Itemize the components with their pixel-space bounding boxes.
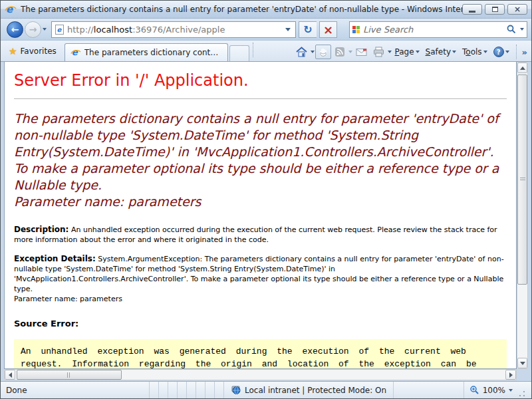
hand-icon — [318, 47, 329, 57]
status-cells — [149, 382, 223, 398]
safety-menu[interactable]: Safety — [423, 45, 459, 59]
source-error-box: An unhandled exception was generated dur… — [14, 339, 507, 369]
thumb-grip — [520, 178, 525, 182]
read-mail-button[interactable] — [353, 46, 370, 59]
security-zone[interactable]: Local intranet | Protected Mode: On — [223, 382, 393, 398]
help-menu[interactable]: ? — [491, 45, 512, 59]
zoom-level: 100% — [483, 386, 505, 395]
feeds-button[interactable] — [332, 45, 348, 59]
forward-arrow-icon: → — [29, 24, 37, 35]
safety-menu-label: Safety — [426, 47, 451, 57]
rss-icon — [334, 47, 345, 57]
error-message-parameter: Parameter name: parameters — [14, 194, 507, 210]
tools-menu[interactable]: Tools — [460, 45, 490, 59]
scroll-up-button[interactable] — [517, 63, 527, 73]
divider — [14, 98, 507, 99]
print-button[interactable] — [370, 45, 387, 59]
minimize-button[interactable] — [462, 4, 482, 15]
chevron-down-icon — [285, 28, 291, 31]
minimize-icon — [469, 11, 475, 13]
close-button[interactable]: × — [507, 4, 527, 15]
restore-icon — [492, 7, 498, 12]
nav-buttons: ← → — [5, 21, 49, 39]
error-message: The parameters dictionary contains a nul… — [14, 110, 507, 210]
arrow-left-icon — [9, 372, 12, 378]
chevron-down-icon — [416, 51, 420, 53]
tabs-command-bar: ★ Favorites e The parameters dictionary … — [1, 41, 531, 62]
scroll-down-button[interactable] — [517, 358, 527, 368]
exception-details-label: Exception Details: — [14, 254, 96, 263]
recent-pages-dropdown[interactable] — [43, 28, 47, 31]
zone-text: Local intranet | Protected Mode: On — [245, 386, 386, 395]
resize-grip[interactable] — [517, 390, 526, 398]
separator — [516, 45, 517, 59]
zoom-magnifier-icon — [469, 385, 479, 395]
refresh-button[interactable]: ↻ — [299, 21, 317, 38]
horizontal-scrollbar[interactable] — [4, 369, 517, 380]
page-menu-label: Page — [395, 47, 414, 57]
tab-ie-icon: e — [70, 47, 81, 58]
title-bar: e The parameters dictionary contains a n… — [1, 1, 531, 19]
restore-button[interactable] — [485, 4, 505, 15]
browser-client-area: Server Error in '/' Application. The par… — [1, 62, 531, 381]
arrow-up-icon — [520, 66, 525, 70]
printer-icon — [373, 47, 384, 57]
search-options-dropdown[interactable] — [520, 28, 524, 31]
command-bar: Page Safety Tools ? » — [259, 45, 529, 61]
stop-button[interactable]: × — [319, 21, 337, 38]
active-tab[interactable]: e The parameters dictionary contains a .… — [65, 43, 228, 61]
home-button[interactable] — [293, 45, 310, 59]
navigation-bar: ← → e http://localhost:36976/Archive/app… — [1, 19, 531, 41]
favorites-star-icon: ★ — [9, 46, 17, 57]
search-icon[interactable] — [506, 24, 517, 35]
intranet-globe-icon — [231, 385, 241, 395]
error-page: Server Error in '/' Application. The par… — [4, 62, 517, 369]
feeds-dropdown[interactable] — [348, 51, 352, 53]
status-bar: Done Local intranet | Protected Mode: On — [1, 381, 531, 398]
svg-text:e: e — [72, 47, 78, 57]
error-message-text: The parameters dictionary contains a nul… — [14, 110, 507, 194]
exception-details-paragraph: Exception Details: System.ArgumentExcept… — [14, 254, 507, 304]
separator — [253, 43, 253, 57]
ie-logo-icon: e — [5, 3, 17, 15]
address-dropdown-button[interactable] — [282, 23, 294, 37]
zoom-control[interactable]: 100% — [464, 382, 531, 398]
arrow-down-icon — [520, 362, 525, 365]
home-dropdown[interactable] — [311, 51, 315, 53]
status-text: Done — [6, 386, 149, 395]
print-dropdown[interactable] — [388, 51, 392, 53]
hand-pan-button[interactable] — [315, 45, 331, 59]
chevron-down-icon — [452, 51, 456, 53]
back-button[interactable]: ← — [7, 21, 23, 38]
page-menu[interactable]: Page — [392, 45, 422, 59]
vertical-scroll-thumb[interactable] — [517, 74, 527, 285]
page-title: Server Error in '/' Application. — [14, 71, 507, 90]
description-paragraph: Description: An unhandled exception occu… — [14, 225, 507, 245]
address-bar[interactable]: e http://localhost:36976/Archive/apple — [51, 21, 296, 38]
search-box[interactable]: Live Search — [349, 21, 527, 38]
scroll-left-button[interactable] — [5, 370, 15, 380]
tools-menu-label: Tools — [462, 47, 482, 57]
vertical-scrollbar[interactable] — [517, 62, 528, 369]
description-label: Description: — [14, 225, 68, 234]
window-title: The parameters dictionary contains a nul… — [21, 5, 462, 14]
scroll-right-button[interactable] — [505, 370, 516, 380]
page-favicon: e — [55, 24, 65, 35]
forward-button[interactable]: → — [25, 21, 41, 38]
refresh-icon: ↻ — [303, 23, 312, 36]
chevron-down-icon — [483, 51, 487, 53]
url-text[interactable]: http://localhost:36976/Archive/apple — [67, 25, 279, 35]
horizontal-scroll-thumb[interactable] — [17, 370, 122, 380]
search-input[interactable]: Live Search — [363, 25, 503, 35]
new-tab-button[interactable] — [229, 45, 249, 61]
toolbar-overflow-button[interactable]: » — [521, 47, 529, 57]
svg-text:e: e — [6, 3, 13, 15]
favorites-button[interactable]: ★ Favorites — [3, 43, 65, 61]
zoom-dropdown[interactable] — [509, 389, 513, 392]
live-search-flag-icon — [352, 26, 360, 33]
source-error-label: Source Error: — [14, 319, 507, 329]
exception-parameter-text: Parameter name: parameters — [14, 294, 507, 304]
tab-title: The parameters dictionary contains a ... — [84, 48, 222, 57]
back-arrow-icon: ← — [11, 24, 19, 35]
help-icon: ? — [493, 47, 504, 57]
